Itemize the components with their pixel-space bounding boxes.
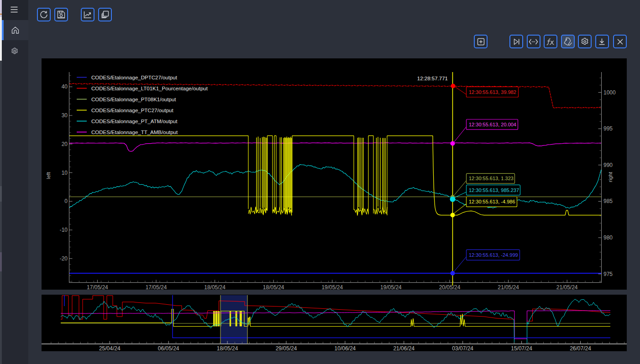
svg-text:1000: 1000 xyxy=(603,89,616,96)
svg-text:18/05/24: 18/05/24 xyxy=(263,284,284,290)
svg-text:985: 985 xyxy=(603,198,613,204)
svg-text:right: right xyxy=(608,172,613,182)
svg-text:26/07/24: 26/07/24 xyxy=(570,345,591,351)
svg-text:CODES/Etalonnage_TT_AMB/output: CODES/Etalonnage_TT_AMB/output xyxy=(91,130,178,135)
svg-text:CODES/Etalonnage_PT08K1/output: CODES/Etalonnage_PT08K1/output xyxy=(91,97,176,102)
svg-text:30: 30 xyxy=(62,112,68,119)
svg-text:12:30:55.613, 20.004: 12:30:55.613, 20.004 xyxy=(469,122,516,127)
svg-text:25/04/24: 25/04/24 xyxy=(99,345,121,351)
svg-text:17/05/24: 17/05/24 xyxy=(146,284,167,290)
svg-text:03/07/24: 03/07/24 xyxy=(452,345,473,351)
svg-text:06/05/24: 06/05/24 xyxy=(158,345,179,351)
svg-text:990: 990 xyxy=(603,162,613,168)
svg-text:-10: -10 xyxy=(60,227,68,233)
svg-text:20: 20 xyxy=(62,141,68,147)
svg-text:980: 980 xyxy=(603,234,613,241)
svg-text:-20: -20 xyxy=(60,255,68,262)
svg-text:18/05/24: 18/05/24 xyxy=(217,345,238,351)
svg-text:12:28:57.771: 12:28:57.771 xyxy=(417,76,448,81)
svg-text:10/06/24: 10/06/24 xyxy=(335,345,356,351)
svg-text:21/06/24: 21/06/24 xyxy=(393,345,414,351)
svg-text:29/05/24: 29/05/24 xyxy=(276,345,297,351)
svg-text:CODES/Etalonnage_DPTC27/output: CODES/Etalonnage_DPTC27/output xyxy=(91,75,178,80)
svg-text:CODES/Etalonnage_LT01K1_Pource: CODES/Etalonnage_LT01K1_Pourcentage/outp… xyxy=(91,86,208,91)
svg-text:21/05/24: 21/05/24 xyxy=(556,284,578,290)
svg-text:12:30:55.613, 1.323: 12:30:55.613, 1.323 xyxy=(469,176,514,181)
svg-text:20/05/24: 20/05/24 xyxy=(439,284,461,290)
svg-text:995: 995 xyxy=(603,125,613,132)
svg-text:0: 0 xyxy=(64,198,68,204)
svg-text:left: left xyxy=(46,172,51,179)
svg-text:15/07/24: 15/07/24 xyxy=(511,345,532,351)
svg-text:21/05/24: 21/05/24 xyxy=(498,284,519,290)
svg-text:12:30:55.613, 39.982: 12:30:55.613, 39.982 xyxy=(469,89,516,95)
svg-text:12:30:55.613, -4.986: 12:30:55.613, -4.986 xyxy=(469,199,515,204)
svg-text:975: 975 xyxy=(603,271,613,277)
svg-text:CODES/Etalonnage_PT_ATM/output: CODES/Etalonnage_PT_ATM/output xyxy=(91,119,178,124)
svg-text:18/05/24: 18/05/24 xyxy=(204,284,226,290)
svg-text:10: 10 xyxy=(62,170,68,176)
svg-text:19/05/24: 19/05/24 xyxy=(321,284,343,290)
svg-text:19/05/24: 19/05/24 xyxy=(380,284,402,290)
svg-text:12:30:55.613, -24.999: 12:30:55.613, -24.999 xyxy=(469,252,518,258)
svg-text:17/05/24: 17/05/24 xyxy=(87,284,108,290)
svg-text:12:30:55.613, 985.237: 12:30:55.613, 985.237 xyxy=(469,187,519,193)
svg-text:40: 40 xyxy=(62,83,68,90)
svg-text:CODES/Etalonnage_PTC27/output: CODES/Etalonnage_PTC27/output xyxy=(91,108,173,113)
